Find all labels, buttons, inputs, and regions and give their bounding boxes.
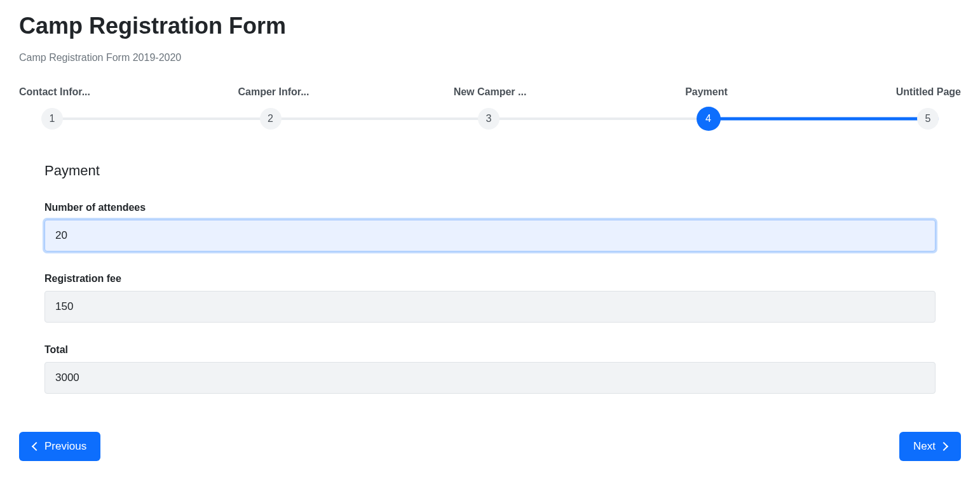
form-title: Camp Registration Form	[19, 13, 961, 39]
field-fee: Registration fee	[44, 273, 936, 323]
chevron-left-icon	[32, 442, 41, 451]
step-node-4[interactable]: 4	[697, 107, 721, 131]
progress-stepper: Contact Infor... Camper Infor... New Cam…	[19, 86, 961, 131]
step-label-5: Untitled Page	[885, 86, 961, 98]
chevron-right-icon	[939, 442, 948, 451]
step-label-2: Camper Infor...	[236, 86, 312, 98]
step-node-3[interactable]: 3	[478, 108, 500, 130]
step-label-4: Payment	[669, 86, 745, 98]
fee-label: Registration fee	[44, 273, 936, 285]
step-label-1: Contact Infor...	[19, 86, 95, 98]
step-node-5[interactable]: 5	[917, 108, 939, 130]
step-label-3: New Camper ...	[452, 86, 528, 98]
section-title: Payment	[44, 163, 936, 179]
total-label: Total	[44, 344, 936, 356]
step-node-2[interactable]: 2	[260, 108, 282, 130]
next-button[interactable]: Next	[899, 432, 961, 461]
attendees-input[interactable]	[44, 220, 936, 251]
field-attendees: Number of attendees	[44, 202, 936, 251]
total-input	[44, 362, 936, 394]
previous-button-label: Previous	[44, 440, 86, 453]
fee-input	[44, 291, 936, 323]
previous-button[interactable]: Previous	[19, 432, 100, 461]
attendees-label: Number of attendees	[44, 202, 936, 213]
form-subtitle: Camp Registration Form 2019-2020	[19, 52, 961, 64]
field-total: Total	[44, 344, 936, 394]
step-node-1[interactable]: 1	[41, 108, 63, 130]
next-button-label: Next	[913, 440, 936, 453]
